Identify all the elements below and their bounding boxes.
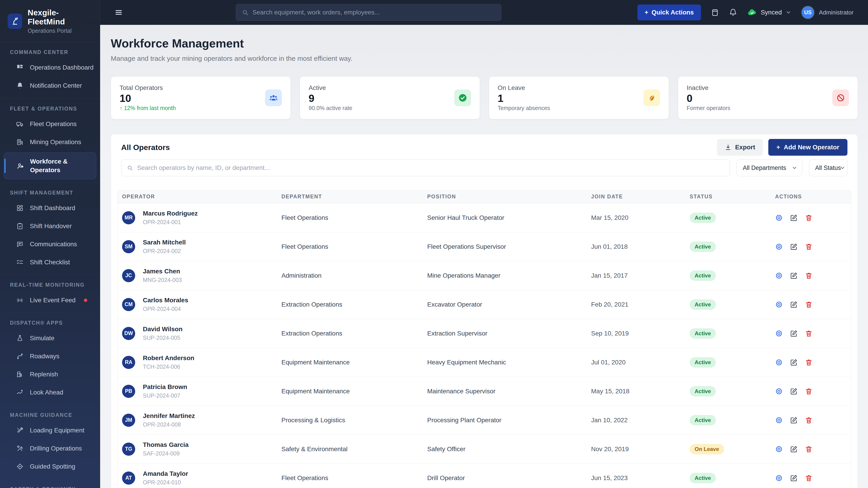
- avatar: SM: [122, 240, 135, 253]
- operators-search[interactable]: [121, 160, 730, 176]
- edit-icon[interactable]: [790, 387, 798, 395]
- view-icon[interactable]: [775, 387, 783, 395]
- sidebar-item-fleet-operations[interactable]: Fleet Operations: [0, 115, 100, 133]
- table-row: RA Robert Anderson TCH-2024-006 Equipmen…: [118, 348, 851, 377]
- export-button[interactable]: Export: [717, 139, 763, 156]
- trash-icon[interactable]: [805, 330, 813, 337]
- ban-icon: [832, 90, 849, 106]
- sidebar-item-label: Operations Dashboard: [30, 64, 94, 71]
- stat-card-active: Active 9 90.0% active rate: [300, 76, 480, 119]
- edit-icon[interactable]: [790, 416, 798, 424]
- download-icon: [725, 144, 732, 151]
- plus-icon: +: [645, 9, 648, 16]
- sidebar-item-drilling-operations[interactable]: Drilling Operations: [0, 440, 100, 457]
- page-title: Workforce Management: [111, 37, 858, 50]
- sidebar-item-look-ahead[interactable]: Look Ahead: [0, 383, 100, 401]
- search-icon: [242, 9, 248, 16]
- table-row: JC James Chen MNG-2024-003 Administratio…: [118, 261, 851, 290]
- sidebar-item-label: Workforce & Operators: [30, 157, 68, 174]
- operators-panel: All Operators Export + Add New Operator: [111, 134, 858, 488]
- trash-icon[interactable]: [805, 474, 813, 482]
- sidebar-item-label: Drilling Operations: [30, 445, 82, 452]
- status-badge: Active: [690, 213, 716, 223]
- avatar: JM: [122, 414, 135, 427]
- team-icon: [265, 90, 282, 106]
- global-search-input[interactable]: [252, 9, 495, 16]
- view-icon[interactable]: [775, 243, 783, 251]
- bell-icon[interactable]: [729, 8, 737, 17]
- view-icon[interactable]: [775, 301, 783, 308]
- global-search[interactable]: [236, 4, 501, 21]
- table-row: TG Thomas Garcia SAF-2024-009 Safety & E…: [118, 434, 851, 463]
- user-role: Administrator: [819, 9, 854, 16]
- edit-icon[interactable]: [790, 445, 798, 453]
- sync-status[interactable]: Synced: [747, 7, 791, 18]
- check-circle-icon: [454, 90, 471, 106]
- operators-search-input[interactable]: [137, 164, 724, 171]
- sidebar-item-guided-spotting[interactable]: Guided Spotting: [0, 457, 100, 476]
- view-icon[interactable]: [775, 214, 783, 222]
- status-filter-select[interactable]: All Status: [809, 160, 847, 176]
- sidebar-item-live-event-feed[interactable]: Live Event Feed: [0, 291, 100, 309]
- stat-value: 9: [309, 92, 352, 104]
- sidebar-item-notification-center[interactable]: Notification Center: [0, 76, 100, 95]
- trash-icon[interactable]: [805, 445, 813, 453]
- trash-icon[interactable]: [805, 243, 813, 251]
- content: Workforce Management Manage and track yo…: [100, 25, 868, 488]
- topbar: + Quick Actions Synced US Administrator: [100, 0, 868, 25]
- status-badge: Active: [690, 328, 716, 339]
- dashboard-grid-icon: [16, 64, 24, 71]
- sidebar-item-shift-checklist[interactable]: Shift Checklist: [0, 253, 100, 271]
- edit-icon[interactable]: [790, 214, 798, 222]
- view-icon[interactable]: [775, 272, 783, 280]
- trash-icon[interactable]: [805, 387, 813, 395]
- department-filter-select[interactable]: All Departments: [737, 160, 802, 176]
- sidebar: Nexgile-FleetMind Operations Portal Comm…: [0, 0, 100, 488]
- quick-actions-button[interactable]: + Quick Actions: [638, 4, 701, 20]
- edit-icon[interactable]: [790, 359, 798, 366]
- view-icon[interactable]: [775, 445, 783, 453]
- sidebar-item-operations-dashboard[interactable]: Operations Dashboard: [0, 59, 100, 76]
- hamburger-menu-icon[interactable]: [115, 8, 123, 17]
- truck-icon: [16, 121, 24, 128]
- view-icon[interactable]: [775, 416, 783, 424]
- status-badge: On Leave: [690, 444, 724, 454]
- sidebar-item-simulate[interactable]: Simulate: [0, 329, 100, 347]
- edit-icon[interactable]: [790, 301, 798, 308]
- brand-tagline: Operations Portal: [28, 28, 92, 34]
- sidebar-item-workforce-operators[interactable]: Workforce & Operators: [4, 153, 96, 179]
- sidebar-item-shift-handover[interactable]: Shift Handover: [0, 217, 100, 235]
- edit-icon[interactable]: [790, 272, 798, 280]
- edit-icon[interactable]: [790, 330, 798, 337]
- drill-tools-icon: [16, 445, 24, 452]
- sidebar-item-roadways[interactable]: Roadways: [0, 347, 100, 365]
- live-feed-alert-dot: [84, 299, 87, 302]
- calendar-icon[interactable]: [711, 8, 719, 17]
- sidebar-item-mining-operations[interactable]: Mining Operations: [0, 133, 100, 151]
- trash-icon[interactable]: [805, 214, 813, 222]
- trash-icon[interactable]: [805, 359, 813, 366]
- add-new-operator-button[interactable]: + Add New Operator: [768, 139, 847, 156]
- avatar: RA: [122, 356, 135, 369]
- sidebar-item-replenish[interactable]: Replenish: [0, 365, 100, 383]
- sidebar-item-communications[interactable]: Communications: [0, 235, 100, 253]
- trash-icon[interactable]: [805, 272, 813, 280]
- edit-icon[interactable]: [790, 474, 798, 482]
- avatar: PB: [122, 385, 135, 398]
- section-dispatch-apps: Dispatch® Apps: [0, 313, 100, 329]
- table-row: DW David Wilson SUP-2024-005 Extraction …: [118, 319, 851, 348]
- table-row: AT Amanda Taylor OPR-2024-010 Fleet Oper…: [118, 463, 851, 488]
- view-icon[interactable]: [775, 474, 783, 482]
- status-badge: Active: [690, 415, 716, 425]
- active-indicator: [4, 159, 6, 173]
- sidebar-item-shift-dashboard[interactable]: Shift Dashboard: [0, 199, 100, 217]
- view-icon[interactable]: [775, 330, 783, 337]
- edit-icon[interactable]: [790, 243, 798, 251]
- trash-icon[interactable]: [805, 416, 813, 424]
- trash-icon[interactable]: [805, 301, 813, 308]
- fuel-pump-icon: [16, 371, 24, 378]
- sidebar-item-loading-equipment[interactable]: Loading Equipment: [0, 421, 100, 440]
- view-icon[interactable]: [775, 359, 783, 366]
- sidebar-item-label: Shift Handover: [30, 223, 72, 230]
- user-menu[interactable]: US Administrator: [801, 6, 854, 19]
